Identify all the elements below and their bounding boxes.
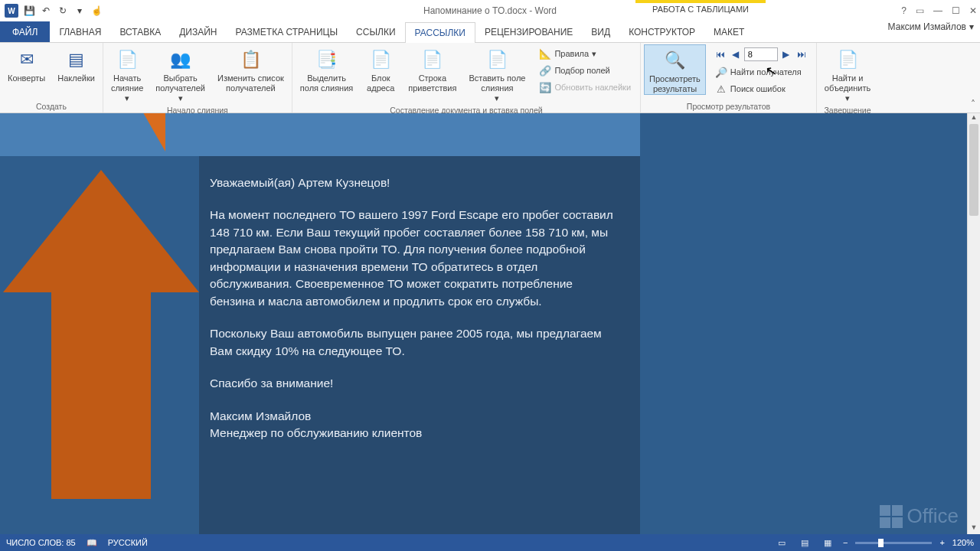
group-finish: 📄 Найти и объединить▾ Завершение	[817, 43, 878, 112]
tab-page-layout[interactable]: РАЗМЕТКА СТРАНИЦЫ	[227, 21, 348, 42]
chevron-down-icon: ▾	[495, 93, 499, 103]
next-record-button[interactable]: ▶	[779, 47, 793, 61]
ribbon-display-icon[interactable]: ▭	[916, 5, 924, 16]
tab-review[interactable]: РЕЦЕНЗИРОВАНИЕ	[475, 21, 582, 42]
group-preview-label: Просмотр результатов	[644, 100, 813, 112]
insert-field-button[interactable]: 📄 Вставить поле слияния▾	[464, 44, 530, 104]
tab-table-layout[interactable]: МАКЕТ	[704, 21, 753, 42]
insert-field-icon: 📄	[485, 47, 509, 72]
zoom-out-button[interactable]: −	[843, 538, 848, 547]
tab-mailings[interactable]: РАССЫЛКИ	[405, 22, 475, 43]
tab-constructor[interactable]: КОНСТРУКТОР	[619, 21, 704, 42]
word-icon: W	[5, 4, 18, 18]
scroll-thumb[interactable]	[969, 124, 978, 216]
undo-icon[interactable]: ↶	[40, 5, 52, 17]
envelopes-button[interactable]: ✉ Конверты	[3, 44, 50, 83]
tab-design[interactable]: ДИЗАЙН	[170, 21, 226, 42]
quick-access-toolbar: W 💾 ↶ ↻ ▾ ☝	[0, 4, 103, 18]
zoom-slider[interactable]	[855, 542, 932, 544]
qat-customize-icon[interactable]: ▾	[74, 5, 86, 17]
vertical-scrollbar[interactable]: ▲ ▼	[967, 113, 980, 534]
highlight-label: Выделить поля слияния	[300, 73, 353, 93]
check-errors-button[interactable]: ⚠Поиск ошибок	[712, 81, 810, 96]
labels-button[interactable]: ▤ Наклейки	[53, 44, 100, 83]
letter-body-2: Поскольку Ваш автомобиль выпущен ранее 2…	[210, 325, 619, 360]
match-fields-button[interactable]: 🔗Подбор полей	[536, 63, 634, 78]
update-labels-button: 🔄Обновить наклейки	[536, 80, 634, 95]
rules-label: Правила	[554, 49, 589, 58]
letter-greeting: Уважаемый(ая) Артем Кузнецов!	[210, 174, 619, 191]
collapse-ribbon-icon[interactable]: ˄	[971, 99, 975, 109]
title-bar: W 💾 ↶ ↻ ▾ ☝ Напоминание о ТО.docx - Word…	[0, 0, 980, 21]
insert-field-label: Вставить поле слияния	[469, 73, 525, 93]
finish-merge-button[interactable]: 📄 Найти и объединить▾	[820, 44, 875, 104]
tab-references[interactable]: ССЫЛКИ	[347, 21, 404, 42]
group-create: ✉ Конверты ▤ Наклейки Создать	[0, 43, 103, 112]
letter-body[interactable]: Уважаемый(ая) Артем Кузнецов! На момент …	[199, 156, 640, 534]
select-recipients-button[interactable]: 👥 Выбрать получателей▾	[151, 44, 210, 104]
save-icon[interactable]: 💾	[23, 5, 35, 17]
prev-record-button[interactable]: ◀	[729, 47, 743, 61]
last-record-button[interactable]: ⏭	[795, 47, 808, 61]
maximize-icon[interactable]: ☐	[952, 5, 960, 16]
chevron-down-icon: ▾	[178, 93, 183, 103]
word-count[interactable]: ЧИСЛО СЛОВ: 85	[6, 538, 76, 547]
letter-thanks: Спасибо за внимание!	[210, 375, 619, 392]
envelopes-label: Конверты	[8, 73, 45, 83]
tab-insert[interactable]: ВСТАВКА	[110, 21, 170, 42]
ribbon-tabs: ФАЙЛ ГЛАВНАЯ ВСТАВКА ДИЗАЙН РАЗМЕТКА СТР…	[0, 21, 980, 43]
proofing-icon[interactable]: 📖	[87, 538, 97, 548]
office-squares-icon	[880, 505, 903, 528]
help-icon[interactable]: ?	[901, 5, 906, 16]
tab-file[interactable]: ФАЙЛ	[0, 21, 50, 42]
close-icon[interactable]: ✕	[969, 5, 977, 16]
edit-recipients-label: Изменить список получателей	[217, 73, 284, 93]
minimize-icon[interactable]: —	[933, 5, 942, 16]
user-menu[interactable]: Максим Измайлов ▾	[888, 21, 974, 32]
redo-icon[interactable]: ↻	[57, 5, 69, 17]
address-block-button[interactable]: 📄 Блок адреса	[361, 44, 400, 93]
record-navigator: ⏮ ◀ ▶ ⏭	[712, 46, 810, 63]
find-recipient-button[interactable]: 🔎Найти получателя	[712, 64, 810, 80]
language-status[interactable]: РУССКИЙ	[108, 538, 148, 547]
zoom-level[interactable]: 120%	[952, 538, 974, 547]
errors-label: Поиск ошибок	[730, 84, 786, 93]
preview-results-button[interactable]: 🔍 Просмотреть результаты	[644, 44, 706, 95]
tab-home[interactable]: ГЛАВНАЯ	[50, 21, 110, 42]
letter-body-1: На момент последнего ТО вашего 1997 Ford…	[210, 207, 619, 310]
start-merge-button[interactable]: 📄 Начать слияние▾	[106, 44, 148, 104]
labels-label: Наклейки	[57, 73, 95, 83]
chevron-down-icon: ▾	[592, 49, 596, 59]
first-record-button[interactable]: ⏮	[714, 47, 727, 61]
errors-icon: ⚠	[715, 83, 727, 95]
greeting-icon: 📄	[420, 47, 445, 72]
highlight-fields-button[interactable]: 📑 Выделить поля слияния	[296, 44, 358, 93]
scroll-up-icon[interactable]: ▲	[968, 113, 980, 124]
address-icon: 📄	[368, 47, 393, 72]
record-number-input[interactable]	[744, 47, 778, 61]
finish-label: Найти и объединить	[825, 73, 871, 93]
scroll-down-icon[interactable]: ▼	[968, 523, 980, 534]
update-icon: 🔄	[539, 81, 551, 93]
user-name: Максим Измайлов	[888, 21, 966, 32]
edit-recipients-button[interactable]: 📋 Изменить список получателей	[213, 44, 289, 93]
match-icon: 🔗	[539, 64, 551, 77]
greeting-line-button[interactable]: 📄 Строка приветствия	[403, 44, 461, 93]
envelope-icon: ✉	[15, 47, 39, 72]
status-bar: ЧИСЛО СЛОВ: 85 📖 РУССКИЙ ▭ ▤ ▦ − + 120%	[0, 534, 980, 551]
letter-sender-name: Максим Измайлов	[210, 408, 619, 425]
rules-icon: 📐	[539, 47, 551, 60]
print-layout-icon[interactable]: ▤	[797, 536, 812, 549]
zoom-in-button[interactable]: +	[939, 538, 944, 547]
tab-view[interactable]: ВИД	[582, 21, 619, 42]
edit-list-icon: 📋	[238, 47, 263, 72]
read-mode-icon[interactable]: ▭	[774, 536, 789, 549]
ribbon: ✉ Конверты ▤ Наклейки Создать 📄 Начать с…	[0, 43, 980, 113]
finish-icon: 📄	[835, 47, 860, 72]
touch-mode-icon[interactable]: ☝	[90, 5, 103, 17]
rules-button[interactable]: 📐Правила▾	[536, 46, 634, 61]
zoom-knob[interactable]	[878, 539, 884, 547]
office-logo: Office	[880, 504, 959, 528]
web-layout-icon[interactable]: ▦	[820, 536, 835, 549]
header-triangle-shape	[135, 113, 165, 152]
